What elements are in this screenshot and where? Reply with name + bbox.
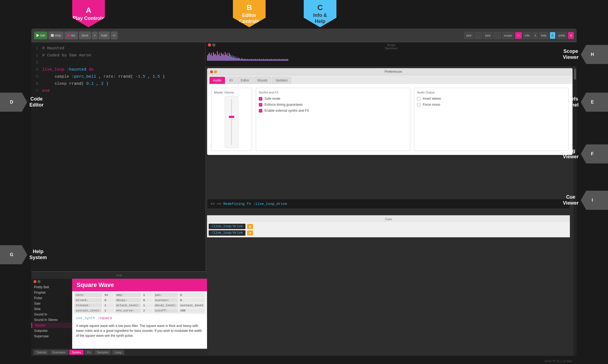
help-item-prophet[interactable]: Prophet	[31, 290, 72, 295]
svg-rect-73	[278, 59, 278, 61]
prefs-button[interactable]: prefs	[557, 32, 567, 39]
prefs-close-button[interactable]	[210, 70, 213, 73]
svg-rect-8	[214, 54, 215, 61]
force-mono-label: Force mono	[423, 103, 440, 107]
timing-checkbox[interactable]: ✓	[259, 103, 262, 107]
force-mono-checkbox[interactable]	[417, 103, 421, 107]
external-synths-checkbox[interactable]: ✓	[259, 109, 262, 113]
help-item-subpulse[interactable]: Subpulse	[31, 328, 72, 333]
tab-synths[interactable]: Synths	[69, 350, 84, 355]
size-icon-left[interactable]: ⬛	[475, 32, 482, 39]
help-item-pretty-bell[interactable]: Pretty Bell	[31, 284, 72, 290]
svg-rect-65	[270, 59, 270, 61]
prefs-pi-button[interactable]: π	[568, 32, 574, 39]
param-env-curve-key: env_curve:	[115, 308, 141, 313]
svg-rect-39	[244, 59, 245, 61]
synth-description: A simple square wave with a low pass fil…	[72, 322, 207, 340]
svg-rect-55	[260, 59, 261, 61]
cue-label-2: /live_loop/drive	[209, 230, 245, 236]
prefs-tab-editor[interactable]: Editor	[237, 77, 253, 84]
log-text: => => Redefining fn :live_loop_drive	[211, 202, 287, 206]
code-line-5: 5 sample :perc_bell , rate: rrand( -1.5 …	[31, 73, 205, 80]
add-button[interactable]: +	[92, 32, 98, 39]
tab-lang[interactable]: Lang	[112, 350, 124, 355]
load-button[interactable]: load	[99, 32, 110, 39]
tab-examples[interactable]: Examples	[50, 350, 68, 355]
prefs-content: Master Volume Synths and FX ✓	[207, 84, 572, 155]
cues-title-bar: Cues	[207, 215, 570, 223]
prefs-title-bar: Preferences	[207, 68, 572, 75]
svg-rect-75	[279, 59, 280, 61]
tab-samples[interactable]: Samples	[94, 350, 111, 355]
help-item-sine[interactable]: Sine	[31, 306, 72, 312]
param-note-val: 52	[103, 293, 114, 297]
help-item-square[interactable]: Square	[31, 323, 72, 328]
help-item-supersaw[interactable]: Supersaw	[31, 333, 72, 339]
svg-rect-47	[252, 59, 253, 61]
info-button[interactable]: info	[523, 32, 532, 39]
synth-title: Square Wave	[72, 279, 207, 291]
prefs-title-text: Preferences	[385, 70, 402, 74]
invert-stereo-checkbox[interactable]	[417, 97, 421, 101]
param-cutoff-val: 100	[179, 308, 205, 313]
size-btn-right[interactable]: size	[483, 32, 493, 39]
scope-button[interactable]: scope	[502, 32, 514, 39]
size-btn-left[interactable]: size	[464, 32, 473, 39]
svg-rect-21	[227, 53, 227, 61]
safe-mode-checkbox[interactable]: ✓	[259, 97, 262, 101]
svg-rect-4	[210, 55, 211, 61]
help-item-sound-in[interactable]: Sound In	[31, 312, 72, 317]
scope-wave-button[interactable]: 〰	[515, 32, 522, 39]
rec-button[interactable]: rec	[65, 32, 78, 39]
run-button[interactable]: run	[34, 32, 47, 39]
help-item-sound-in-stereo[interactable]: Sound In Stereo	[31, 317, 72, 323]
param-attack-val: 0	[103, 298, 114, 302]
svg-rect-61	[266, 59, 267, 61]
param-attack-key: attack:	[74, 298, 102, 302]
help-button[interactable]: help	[539, 32, 549, 39]
version-label: Sonic Pi v3.2 on Mac	[545, 359, 573, 363]
param-pan-val: 0	[179, 293, 205, 297]
svg-rect-23	[229, 53, 229, 61]
volume-slider[interactable]	[225, 96, 238, 148]
help-close-gray[interactable]	[38, 280, 41, 283]
external-synths-pref: ✓ Enable external synths and FX	[259, 109, 407, 113]
svg-rect-42	[247, 59, 248, 61]
stop-button[interactable]: stop	[48, 32, 63, 39]
timing-guarantees-pref: ✓ Enforce timing guarantees	[259, 103, 407, 107]
prefs-minimize-button[interactable]	[214, 70, 217, 73]
tab-fx[interactable]: Fx	[84, 350, 93, 355]
prefs-tab-io[interactable]: IO	[226, 77, 236, 84]
size-icon-right[interactable]: ⬛	[493, 32, 501, 39]
close-circle-gray[interactable]	[212, 43, 215, 47]
help-item-pulse[interactable]: Pulse	[31, 295, 72, 301]
prefs-tab-updates[interactable]: Updates	[272, 77, 291, 84]
help-item-saw[interactable]: Saw	[31, 301, 72, 306]
svg-rect-67	[272, 59, 273, 61]
spectrum-label: Spectrum	[206, 47, 577, 50]
svg-rect-69	[274, 59, 275, 61]
param-decay-level-key: decay_level:	[154, 303, 178, 308]
svg-rect-2	[208, 54, 209, 61]
cues-title-text: Cues	[385, 217, 392, 221]
help-delta-button[interactable]: Δ	[550, 32, 555, 39]
prefs-tab-audio[interactable]: Audio	[209, 77, 225, 84]
lambda-button[interactable]: λ	[533, 32, 538, 39]
load-alt-button[interactable]: ↩	[111, 32, 117, 39]
prefs-tab-visuals[interactable]: Visuals	[254, 77, 271, 84]
help-close-red[interactable]	[34, 280, 37, 283]
cue-viewer-arrow: I CueViewer	[563, 191, 608, 210]
tab-tutorial[interactable]: Tutorial	[34, 350, 49, 355]
svg-rect-34	[239, 59, 240, 61]
cue-icon-1: ▣	[247, 224, 253, 229]
svg-rect-22	[228, 56, 229, 61]
close-circle-red[interactable]	[208, 43, 211, 47]
volume-thumb[interactable]	[229, 116, 234, 118]
save-button[interactable]: save	[79, 32, 91, 39]
help-main: Square Wave note: 52 amp: 1 pan: 0 attac…	[72, 279, 207, 349]
svg-rect-6	[212, 56, 213, 61]
param-attack-level-key: attack_level:	[115, 303, 141, 308]
svg-rect-40	[245, 59, 246, 61]
code-line-8: 8	[31, 95, 205, 102]
svg-rect-5	[211, 53, 212, 61]
